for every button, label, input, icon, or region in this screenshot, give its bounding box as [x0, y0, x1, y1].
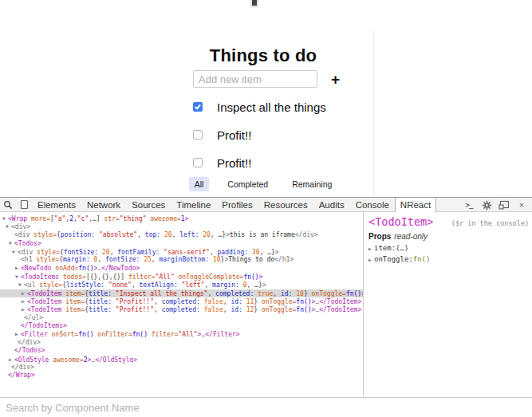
prop-value: fn(): [413, 255, 431, 263]
todo-app-page: Things to do + Inspect all the thingsPro…: [0, 0, 532, 197]
tree-row[interactable]: ▼<div style={fontSize: 20, fontFamily: "…: [0, 248, 363, 256]
page-title: Things to do: [144, 45, 383, 66]
todo-checkbox[interactable]: [193, 130, 203, 140]
tree-row[interactable]: <h1 style={margin: 0, fontSize: 25, marg…: [0, 256, 363, 264]
todo-checkbox[interactable]: [193, 102, 203, 112]
todo-row: Profit!!: [144, 127, 383, 143]
collapse-arrow-icon[interactable]: ▶: [22, 305, 27, 313]
collapse-arrow-icon[interactable]: ▶: [9, 356, 14, 364]
devtools-main: ▼<Wrap more=["a",2,"c",…] str="thing" aw…: [0, 212, 532, 397]
expand-arrow-icon[interactable]: ▼: [15, 273, 21, 281]
tab-console[interactable]: Console: [350, 198, 395, 211]
filter-button-remaining[interactable]: Remaining: [286, 177, 337, 191]
todo-checkbox[interactable]: [193, 158, 203, 167]
tree-row[interactable]: ▼<TodoItems todos=[{},{},{}] filter="All…: [0, 273, 363, 281]
selected-component-title: <TodoItem>: [368, 215, 433, 228]
console-drawer-icon[interactable]: >_: [460, 201, 478, 209]
collapse-arrow-icon[interactable]: ▶: [22, 297, 27, 305]
collapse-arrow-icon[interactable]: ▶: [368, 246, 374, 251]
todo-label: Profit!!: [217, 128, 251, 142]
sidebar-header: <TodoItem> ($r in the console): [368, 215, 529, 228]
search-icon[interactable]: [0, 198, 16, 211]
props-label: Props: [368, 232, 391, 241]
filter-button-all[interactable]: All: [189, 177, 210, 191]
expand-arrow-icon[interactable]: ▼: [18, 281, 24, 289]
tree-row[interactable]: ▼<ul style={listStyle: "none", textAlign…: [0, 281, 363, 289]
devtools-panel: ElementsNetworkSourcesTimelineProfilesRe…: [0, 197, 532, 417]
dock-side-icon[interactable]: [495, 200, 513, 210]
tree-row[interactable]: <div style={position: "absolute", top: 2…: [0, 231, 363, 239]
prop-name: item:: [374, 244, 396, 252]
todo-label: Inspect all the things: [217, 100, 326, 114]
collapse-arrow-icon[interactable]: ▶: [15, 330, 21, 338]
checkmark-icon: [195, 104, 201, 110]
tab-audits[interactable]: Audits: [313, 198, 350, 211]
expand-arrow-icon[interactable]: ▼: [2, 214, 8, 222]
tree-row[interactable]: ▼<div>: [0, 222, 363, 230]
tree-row[interactable]: ▼<Todos>: [0, 239, 363, 247]
close-icon[interactable]: ×: [513, 200, 530, 210]
props-sidebar: <TodoItem> ($r in the console) Propsread…: [364, 212, 532, 397]
collapse-arrow-icon[interactable]: ▶: [22, 289, 27, 297]
expand-arrow-icon[interactable]: ▼: [6, 222, 11, 230]
component-tree: ▼<Wrap more=["a",2,"c",…] str="thing" aw…: [0, 212, 364, 397]
console-variable-hint: ($r in the console): [451, 219, 529, 227]
filter-row: AllCompletedRemaining: [144, 177, 383, 191]
tree-row[interactable]: ▶<Filter onSort=fn() onFilter=fn() filte…: [0, 330, 363, 338]
tab-network[interactable]: Network: [81, 198, 126, 211]
tree-row[interactable]: ▼<Wrap more=["a",2,"c",…] str="thing" aw…: [0, 214, 363, 222]
tab-elements[interactable]: Elements: [32, 198, 81, 211]
toolbar-right-icons: >_: [460, 198, 530, 212]
todo-label: Profit!!: [217, 156, 251, 170]
expand-arrow-icon[interactable]: ▼: [9, 239, 14, 247]
props-mode: read-only: [394, 232, 428, 241]
todo-row: Inspect all the things: [144, 99, 383, 115]
component-search-input[interactable]: [0, 402, 532, 414]
add-item-button[interactable]: +: [331, 72, 340, 87]
prop-row[interactable]: ▶onToggle: fn(): [368, 255, 529, 263]
expand-arrow-icon[interactable]: ▼: [12, 248, 18, 256]
device-inspect-icon[interactable]: [16, 198, 32, 211]
add-item-row: +: [193, 70, 340, 88]
tree-row[interactable]: </Todos>: [0, 347, 363, 355]
tree-row[interactable]: ▶<TodoItem item={title: "Profit!!", comp…: [0, 297, 363, 305]
tab-timeline[interactable]: Timeline: [171, 198, 216, 211]
tab-nreact[interactable]: NReact: [395, 198, 436, 212]
todo-app-column: Things to do + Inspect all the thingsPro…: [144, 0, 383, 66]
component-search-bar: [0, 397, 532, 417]
tab-profiles[interactable]: Profiles: [216, 198, 258, 211]
tree-row[interactable]: </div>: [0, 364, 363, 372]
tree-row[interactable]: </ul>: [0, 314, 363, 322]
props-heading: Propsread-only: [368, 232, 529, 241]
tree-row[interactable]: ▶<OldStyle awesome=2>…</OldStyle>: [0, 356, 363, 364]
tree-row[interactable]: </div>: [0, 339, 363, 347]
devtools-toolbar: ElementsNetworkSourcesTimelineProfilesRe…: [0, 197, 532, 212]
tab-sources[interactable]: Sources: [126, 198, 171, 211]
todo-row: Profit!!: [144, 155, 383, 171]
tree-row[interactable]: ▶<TodoItem item={title: "Profit!!", comp…: [0, 305, 363, 313]
tree-row[interactable]: ▶<TodoItem item={title: "Inspect all the…: [0, 289, 363, 297]
gear-icon[interactable]: [478, 200, 495, 210]
prop-name: onToggle:: [374, 255, 413, 263]
collapse-arrow-icon[interactable]: ▶: [368, 257, 374, 262]
tree-row[interactable]: ▶<NewTodo onAdd=fn()>…</NewTodo>: [0, 264, 363, 272]
devtools-tabs: ElementsNetworkSourcesTimelineProfilesRe…: [32, 198, 436, 211]
prop-value: {…}: [396, 244, 408, 252]
add-item-input[interactable]: [193, 70, 317, 88]
tree-row[interactable]: </TodoItems>: [0, 322, 363, 330]
todo-list: Inspect all the thingsProfit!!Profit!!: [144, 99, 383, 183]
tab-resources[interactable]: Resources: [258, 198, 313, 211]
screen: Things to do + Inspect all the thingsPro…: [0, 0, 532, 417]
props-list: ▶item: {…}▶onToggle: fn(): [368, 244, 529, 263]
prop-row[interactable]: ▶item: {…}: [368, 244, 529, 252]
tree-row[interactable]: </Wrap>: [0, 372, 363, 380]
collapse-arrow-icon[interactable]: ▶: [15, 264, 21, 272]
filter-button-completed[interactable]: Completed: [222, 177, 274, 191]
